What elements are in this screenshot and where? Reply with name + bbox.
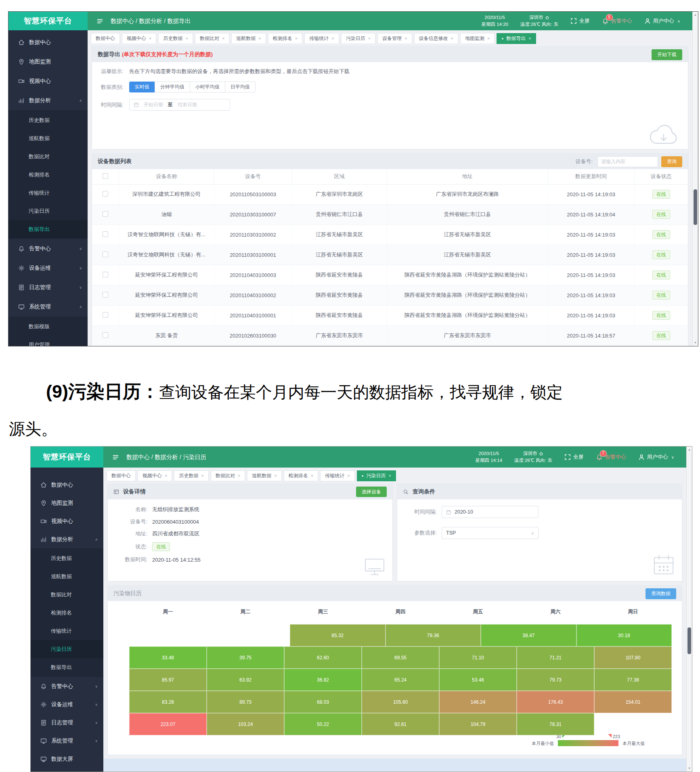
close-icon[interactable]: × <box>487 36 490 41</box>
checkbox-icon[interactable] <box>103 252 108 257</box>
tab[interactable]: 设备信息修改× <box>414 33 458 44</box>
sidebar-subitem[interactable]: 检测排名 <box>31 604 103 622</box>
sidebar-subitem[interactable]: 传输统计 <box>31 622 103 640</box>
close-icon[interactable]: × <box>451 36 453 41</box>
checkbox-icon[interactable] <box>103 211 108 217</box>
date-range-input[interactable]: 开始日期 至 结束日期 <box>129 99 230 111</box>
tab[interactable]: 检测排名× <box>268 33 302 44</box>
calendar-cell[interactable]: 36.82 <box>284 669 362 691</box>
sidebar-item[interactable]: 告警中心∨ <box>8 239 88 258</box>
tab[interactable]: 设备管理× <box>377 33 412 44</box>
sidebar-item[interactable]: 数据大屏 <box>31 750 103 768</box>
calendar-cell[interactable]: 50.22 <box>284 713 362 735</box>
calendar-cell[interactable]: 79.73 <box>517 669 594 691</box>
calendar-cell[interactable]: 69.55 <box>362 646 439 669</box>
sidebar-subitem[interactable]: 污染日历 <box>31 640 103 658</box>
sidebar-subitem[interactable]: 数据导出 <box>8 220 88 238</box>
sidebar-subitem[interactable]: 传输统计 <box>8 184 88 202</box>
calendar-cell[interactable]: 85.32 <box>290 624 386 646</box>
month-picker-input[interactable]: 2020-10 <box>442 506 539 518</box>
calendar-cell[interactable]: 223.07 <box>129 713 207 735</box>
tab[interactable]: 检测排名× <box>284 470 318 481</box>
calendar-cell[interactable]: 68.03 <box>284 691 362 713</box>
sidebar-subitem[interactable]: 数据模版 <box>8 317 88 336</box>
checkbox-icon[interactable] <box>103 312 108 318</box>
calendar-cell[interactable]: 104.79 <box>439 713 517 735</box>
close-icon[interactable]: × <box>258 36 261 41</box>
close-icon[interactable]: × <box>404 36 407 41</box>
tab[interactable]: 数据比对× <box>211 470 245 481</box>
calendar-cell[interactable]: 146.24 <box>439 691 517 713</box>
alarm-center-button[interactable]: 5 告警中心 <box>602 17 632 25</box>
tab[interactable]: 数据比对× <box>195 33 229 44</box>
param-select[interactable]: TSP ∨ <box>442 527 539 539</box>
alarm-center-button[interactable]: 7 告警中心 <box>596 453 626 461</box>
tab[interactable]: 视频中心× <box>138 470 172 481</box>
category-button[interactable]: 日平均值 <box>225 82 256 92</box>
tab[interactable]: 历史数据× <box>174 470 208 481</box>
checkbox-icon[interactable] <box>103 231 108 237</box>
calendar-cell[interactable]: 92.61 <box>362 713 439 735</box>
sidebar-subitem[interactable]: 巡航数据 <box>8 129 88 147</box>
tab[interactable]: 巡航数据× <box>231 33 266 44</box>
calendar-cell[interactable]: 85.97 <box>129 669 207 691</box>
tab[interactable]: 数据中心 <box>91 33 120 44</box>
tab[interactable]: 巡航数据× <box>247 470 281 481</box>
scroll-down-icon[interactable]: ▼ <box>693 340 698 346</box>
sidebar-subitem[interactable]: 污染日历 <box>8 202 88 220</box>
fullscreen-button[interactable]: 全屏 <box>570 17 590 25</box>
category-button[interactable]: 实时值 <box>129 82 155 92</box>
close-icon[interactable]: × <box>368 36 371 41</box>
close-icon[interactable]: × <box>295 36 298 41</box>
close-icon[interactable]: × <box>331 36 334 41</box>
menu-collapse-icon[interactable] <box>96 18 103 25</box>
category-button[interactable]: 小时平均值 <box>190 82 225 92</box>
calendar-cell[interactable]: 63.92 <box>207 669 284 691</box>
user-center-button[interactable]: 用户中心 ∨ <box>638 453 674 461</box>
tab[interactable]: 地图监测× <box>460 33 495 44</box>
calendar-cell[interactable]: 39.75 <box>207 646 284 669</box>
tab[interactable]: ●污染日历× <box>357 470 396 481</box>
tab[interactable]: 视频中心× <box>122 33 156 44</box>
tab[interactable]: 传输统计× <box>304 33 339 44</box>
select-device-button[interactable]: 选择设备 <box>356 487 387 497</box>
user-center-button[interactable]: 用户中心 ∨ <box>644 17 680 25</box>
close-icon[interactable]: × <box>201 473 203 478</box>
sidebar-subitem[interactable]: 历史数据 <box>8 111 88 129</box>
start-download-button[interactable]: 开始下载 <box>652 49 682 60</box>
calendar-cell[interactable]: 79.36 <box>386 624 481 646</box>
close-icon[interactable]: × <box>165 473 167 478</box>
checkbox-icon[interactable] <box>103 191 108 197</box>
close-icon[interactable]: × <box>185 36 188 41</box>
calendar-cell[interactable]: 30.18 <box>576 624 672 646</box>
sidebar-subitem[interactable]: 数据比对 <box>31 585 103 604</box>
close-icon[interactable]: × <box>528 36 531 41</box>
close-icon[interactable]: × <box>149 36 151 41</box>
calendar-cell[interactable]: 154.01 <box>594 691 672 713</box>
tab[interactable]: 污染日历× <box>341 33 375 44</box>
close-icon[interactable]: × <box>388 473 391 478</box>
scroll-up-icon[interactable]: ▲ <box>687 447 692 453</box>
sidebar-item[interactable]: 数据分析∧ <box>8 91 88 110</box>
sidebar-item[interactable]: 数据中心 <box>31 476 103 494</box>
close-icon[interactable]: × <box>222 36 224 41</box>
calendar-cell[interactable]: 77.38 <box>594 669 672 691</box>
calendar-cell[interactable]: 33.48 <box>129 646 207 669</box>
scroll-down-icon[interactable]: ▼ <box>687 766 692 771</box>
sidebar-item[interactable]: 系统管理∨ <box>31 732 103 750</box>
sidebar-item[interactable]: 日志管理∨ <box>8 278 88 297</box>
checkbox-icon[interactable] <box>103 332 108 338</box>
sidebar-item[interactable]: 设备运维∨ <box>8 258 88 278</box>
sidebar-item[interactable]: 数据分析∧ <box>31 530 103 548</box>
calendar-cell[interactable]: 78.31 <box>517 713 594 735</box>
checkbox-icon[interactable] <box>103 173 108 179</box>
tab[interactable]: 数据中心 <box>107 470 136 481</box>
sidebar-item[interactable]: 设备运维∨ <box>31 695 103 713</box>
close-icon[interactable]: × <box>238 473 240 478</box>
calendar-cell[interactable]: 38.47 <box>481 624 576 646</box>
sidebar-item[interactable]: 视频中心 <box>8 71 88 91</box>
close-icon[interactable]: × <box>347 473 350 478</box>
fullscreen-button[interactable]: 全屏 <box>564 453 584 461</box>
sidebar-subitem[interactable]: 巡航数据 <box>31 567 103 585</box>
calendar-cell[interactable]: 71.21 <box>517 646 594 669</box>
